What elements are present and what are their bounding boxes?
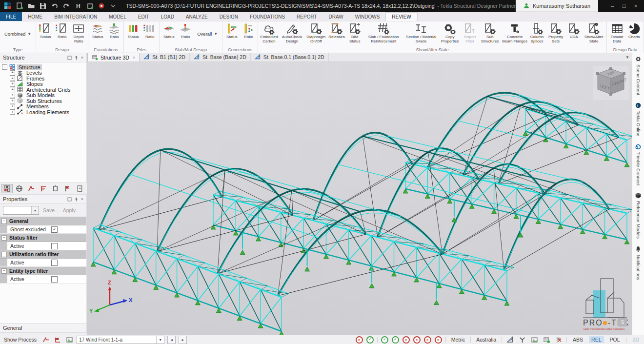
validate-icon[interactable]: H (73, 1, 83, 11)
tree-item-frames[interactable]: +Frames (2, 76, 86, 81)
units-label[interactable]: Metric (449, 337, 467, 343)
side-tab-notifications[interactable]: Notifications (635, 246, 642, 280)
more-icon[interactable] (108, 1, 118, 11)
ribbon-button-status[interactable]: Status (89, 21, 106, 47)
save-icon[interactable] (38, 1, 48, 11)
checkbox-active[interactable] (51, 276, 58, 283)
tree-item-levels[interactable]: +Levels (2, 70, 86, 76)
model-canvas[interactable]: Z X Y TOP LEFT FRONT PRO -TEK Local Prof… (87, 62, 632, 335)
open-folder-icon[interactable] (26, 1, 36, 11)
maximize-button[interactable]: □ (619, 1, 629, 10)
s-indicator[interactable]: S (618, 318, 627, 326)
ribbon-button-combined[interactable]: Combined▼ (1, 29, 35, 39)
close-panel-icon[interactable]: × (81, 55, 83, 60)
minimize-button[interactable]: – (607, 1, 618, 10)
ribbon-button-uda[interactable]: UDA (565, 21, 582, 47)
ribbon-button-embodied-carbon[interactable]: co2Embodied Carbon (259, 21, 279, 47)
ribbon-button-status[interactable]: Status (223, 21, 240, 47)
ribbon-button-copy-properties[interactable]: Copy Properties (438, 21, 462, 47)
chevron-down-icon[interactable]: ▼ (31, 206, 39, 214)
apply-button[interactable]: Apply... (63, 207, 80, 213)
view-tab-st-base-base-2d[interactable]: St. Base (Base) 2D (190, 53, 251, 61)
ribbon-button-diaphragm-on-off[interactable]: Diaphragm On/Off (305, 21, 327, 47)
view-tab-st-b1-b1-2d[interactable]: St. B1 (B1) 2D (140, 53, 190, 61)
ribbon-tab-review[interactable]: REVIEW (385, 12, 417, 21)
ribbon-button-section-material-grade[interactable]: Section / Material Grade (404, 21, 438, 47)
property-section-entity-type-filter[interactable]: −Entity type filter (0, 267, 86, 275)
structure-tree-button[interactable] (1, 184, 13, 193)
expand-icon[interactable]: + (10, 87, 15, 92)
tree-item-sub-models[interactable]: +Sub Models (2, 93, 86, 99)
user-account-button[interactable]: Kumarasamy Sutharsan (516, 0, 598, 12)
collapse-icon[interactable]: − (2, 64, 7, 70)
close-tab-icon[interactable]: × (133, 55, 135, 60)
undo-icon[interactable] (50, 1, 60, 11)
expand-icon[interactable]: + (10, 81, 15, 87)
ribbon-button-status[interactable]: Status (161, 21, 177, 47)
pin-icon[interactable] (74, 197, 79, 202)
ribbon-button-column-splices[interactable]: Column Splices (528, 21, 546, 47)
ribbon-button-ratio[interactable]: Ratio (177, 21, 194, 47)
coord-mode-rel[interactable]: REL (589, 336, 604, 343)
property-section-utilization-ratio-filter[interactable]: −Utilization ratio filter (0, 250, 86, 259)
ribbon-tab-file[interactable]: FILE (0, 12, 22, 21)
tree-item-sub-structures[interactable]: +Sub Structures (2, 98, 86, 104)
close-button[interactable]: × (630, 1, 641, 10)
view-tab-st-base-0-1-base-0-1-2d[interactable]: St. Base.0.1 (Base.0.1) 2D (251, 53, 329, 61)
collapse-icon[interactable]: − (1, 252, 7, 257)
structure-3d-model[interactable]: Z X Y TOP LEFT FRONT PRO -TEK Local Prof… (87, 62, 632, 335)
side-tab-scene-content[interactable]: Scene Content (635, 56, 642, 95)
tree-item-loading-elements[interactable]: +Loading Elements (2, 109, 86, 115)
ribbon-button-concrete-beam-flanges[interactable]: iConcrete Beam Flanges (502, 21, 528, 47)
collapse-icon[interactable]: − (1, 268, 7, 274)
tree-item-architectural-grids[interactable]: +Architectural Grids (2, 87, 86, 93)
ribbon-button-ratio[interactable]: Ratio (106, 21, 122, 47)
ribbon-tab-edit[interactable]: EDIT (132, 12, 155, 21)
ribbon-button-status[interactable]: Status (125, 21, 141, 47)
checkbox-ghost-excluded[interactable]: ✓ (51, 226, 58, 233)
record-icon[interactable] (97, 1, 106, 11)
ribbon-tab-draw[interactable]: DRAW (323, 12, 349, 21)
expand-icon[interactable]: + (10, 70, 15, 76)
ribbon-button-ratio[interactable]: Ratio (141, 21, 158, 47)
ribbon-button-auto-check-design[interactable]: Auto/Check Design (279, 21, 305, 47)
checkbox-active[interactable] (51, 260, 58, 266)
float-icon[interactable] (67, 197, 72, 202)
tree-item-structure[interactable]: −Structure (2, 64, 86, 70)
tree-item-members[interactable]: +Members (2, 104, 86, 110)
validate-box-button[interactable] (50, 184, 61, 193)
flag-marker-button[interactable] (62, 184, 73, 193)
tekla-logo-icon[interactable] (3, 1, 13, 11)
flag-off-icon[interactable] (554, 336, 563, 344)
property-set-combobox[interactable]: ▼ (3, 206, 39, 215)
region-label[interactable]: Australia (474, 337, 498, 343)
ribbon-tab-load[interactable]: LOAD (155, 12, 180, 21)
pin-icon[interactable] (74, 56, 79, 60)
previous-case-button[interactable]: ◄ (167, 336, 176, 344)
view-cube[interactable]: TOP LEFT FRONT (593, 66, 629, 100)
branch-icon[interactable] (518, 336, 526, 344)
levels-list-button[interactable] (38, 184, 49, 193)
ribbon-button-charts[interactable]: Charts (626, 21, 643, 47)
ribbon-button-slab-foundation-reinforcement[interactable]: Slab / Foundation Reinforcement (363, 21, 404, 47)
ribbon-tab-model[interactable]: MODEL (103, 12, 132, 21)
ribbon-button-overall[interactable]: Overall▼ (194, 29, 221, 39)
ribbon-tab-report[interactable]: REPORT (291, 12, 323, 21)
ribbon-tab-analyze[interactable]: ANALYZE (180, 12, 214, 21)
general-collapsed-panel[interactable]: General (0, 323, 87, 333)
new-file-icon[interactable] (15, 1, 24, 11)
ribbon-tab-bim-integration[interactable]: BIM INTEGRATION (48, 12, 103, 21)
section-marker-button[interactable] (26, 184, 37, 193)
expand-icon[interactable]: + (10, 109, 15, 115)
expand-icon[interactable]: + (10, 104, 15, 109)
ribbon-tab-design[interactable]: DESIGN (214, 12, 244, 21)
expand-icon[interactable]: + (10, 98, 15, 103)
ribbon-button-depth-ratio[interactable]: Depth Ratio (70, 21, 87, 47)
package-icon[interactable] (85, 1, 95, 11)
checkbox-active[interactable] (51, 243, 58, 249)
close-panel-icon[interactable]: × (81, 197, 83, 202)
section-red-icon[interactable] (41, 336, 50, 344)
ribbon-button-status[interactable]: Status (37, 21, 54, 47)
ribbon-tab-home[interactable]: HOME (22, 12, 48, 21)
ribbon-button-show-alter-state[interactable]: iShow/Alter State (582, 21, 605, 47)
